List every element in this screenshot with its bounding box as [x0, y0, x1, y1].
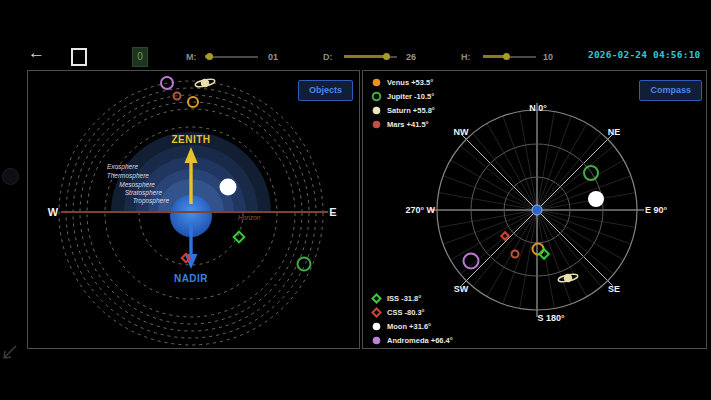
legend-item-label: Venus +53.5°: [387, 78, 433, 87]
legend-item-label: CSS -80.3°: [387, 308, 425, 317]
objects-panel: Objects Horizon W: [27, 70, 360, 349]
saturn-marker[interactable]: [373, 106, 381, 114]
jupiter-marker[interactable]: [298, 258, 311, 271]
andromeda-legend-icon: [371, 335, 382, 346]
legend-bottom: ISS -31.8°CSS -80.3°Moon +31.6°Andromeda…: [371, 291, 453, 347]
saturn-marker[interactable]: [557, 272, 578, 284]
venus-marker[interactable]: [533, 244, 544, 255]
legend-item-mars[interactable]: Mars +41.5°: [371, 117, 435, 131]
layer-troposphere: Troposphere: [133, 197, 170, 205]
hour-slider-label: H:: [461, 52, 471, 62]
horizon-label: Horizon: [238, 214, 261, 221]
floating-overlay-button[interactable]: [2, 168, 19, 185]
hour-slider-handle[interactable]: [503, 53, 510, 60]
jupiter-marker[interactable]: [373, 92, 381, 100]
legend-item-label: ISS -31.8°: [387, 294, 421, 303]
legend-item-saturn[interactable]: Saturn +55.8°: [371, 103, 435, 117]
layer-thermosphere: Thermosphere: [107, 172, 150, 180]
mars-marker[interactable]: [512, 251, 519, 258]
moon-marker[interactable]: [588, 191, 604, 207]
west-label: W: [48, 206, 59, 218]
legend-item-label: Andromeda +66.4°: [387, 336, 453, 345]
saturn-legend-icon: [371, 105, 382, 116]
legend-item-venus[interactable]: Venus +53.5°: [371, 75, 435, 89]
label-northwest: NW: [454, 127, 469, 137]
mars-marker[interactable]: [373, 120, 381, 128]
month-value: 01: [268, 52, 278, 62]
label-southwest: SW: [454, 284, 469, 294]
nadir-label: NADIR: [174, 273, 208, 284]
legend-item-jupiter[interactable]: Jupiter -10.5°: [371, 89, 435, 103]
label-west: 270° W: [405, 205, 435, 215]
legend-item-label: Jupiter -10.5°: [387, 92, 434, 101]
legend-item-label: Moon +31.6°: [387, 322, 431, 331]
layer-exosphere: Exosphere: [107, 163, 138, 171]
window-square-icon[interactable]: [71, 48, 87, 66]
venus-marker[interactable]: [188, 97, 198, 107]
datetime-display: 2026-02-24 04:56:10: [588, 49, 700, 60]
andromeda-marker[interactable]: [373, 336, 381, 344]
layer-mesosphere: Mesosphere: [119, 181, 155, 189]
label-southeast: SE: [608, 284, 620, 294]
venus-marker[interactable]: [373, 78, 381, 86]
venus-legend-icon: [371, 77, 382, 88]
month-slider-label: M:: [186, 52, 197, 62]
jupiter-marker[interactable]: [584, 166, 598, 180]
jupiter-legend-icon: [371, 91, 382, 102]
label-south: S 180°: [537, 313, 565, 323]
day-slider[interactable]: [344, 56, 397, 58]
legend-item-css[interactable]: CSS -80.3°: [371, 305, 453, 319]
legend-item-iss[interactable]: ISS -31.8°: [371, 291, 453, 305]
compass-panel: Compass Venus +53.5°Jupiter -10.5°Saturn…: [362, 70, 707, 349]
iss-legend-icon: [371, 293, 382, 304]
east-label: E: [329, 206, 336, 218]
legend-item-label: Mars +41.5°: [387, 120, 429, 129]
back-icon[interactable]: ←: [28, 43, 45, 63]
saturn-marker[interactable]: [194, 77, 215, 89]
month-slider[interactable]: [205, 56, 258, 58]
css-legend-icon: [371, 307, 382, 318]
corner-arrow-icon[interactable]: [0, 342, 20, 362]
legend-item-label: Saturn +55.8°: [387, 106, 435, 115]
legend-top: Venus +53.5°Jupiter -10.5°Saturn +55.8°M…: [371, 75, 435, 131]
hour-value: 10: [543, 52, 553, 62]
objects-button[interactable]: Objects: [298, 80, 353, 101]
zenith-label: ZENITH: [171, 134, 210, 145]
legend-item-andromeda[interactable]: Andromeda +66.4°: [371, 333, 453, 347]
sky-diagram: Horizon W E ZENITH NADIR Exosphere Therm…: [28, 71, 359, 348]
observer-dot: [532, 205, 542, 215]
top-bar: ← 0 M: 01 D: 26 H: 10 2026-02-24 04:56:1…: [0, 40, 711, 68]
label-north: N 0°: [529, 103, 547, 113]
hour-slider[interactable]: [483, 56, 536, 58]
day-slider-handle[interactable]: [383, 53, 390, 60]
compass-button[interactable]: Compass: [639, 80, 702, 101]
label-east: E 90°: [645, 205, 668, 215]
day-value: 26: [406, 52, 416, 62]
css-marker[interactable]: [372, 308, 380, 316]
legend-item-moon[interactable]: Moon +31.6°: [371, 319, 453, 333]
moon-legend-icon: [371, 321, 382, 332]
moon-marker[interactable]: [373, 322, 381, 330]
layer-stratosphere: Stratosphere: [125, 189, 163, 197]
label-northeast: NE: [608, 127, 621, 137]
mars-legend-icon: [371, 119, 382, 130]
moon-marker[interactable]: [220, 179, 237, 196]
month-slider-handle[interactable]: [206, 53, 213, 60]
iss-marker[interactable]: [372, 294, 380, 302]
day-slider-label: D:: [323, 52, 333, 62]
counter-badge[interactable]: 0: [132, 47, 148, 67]
